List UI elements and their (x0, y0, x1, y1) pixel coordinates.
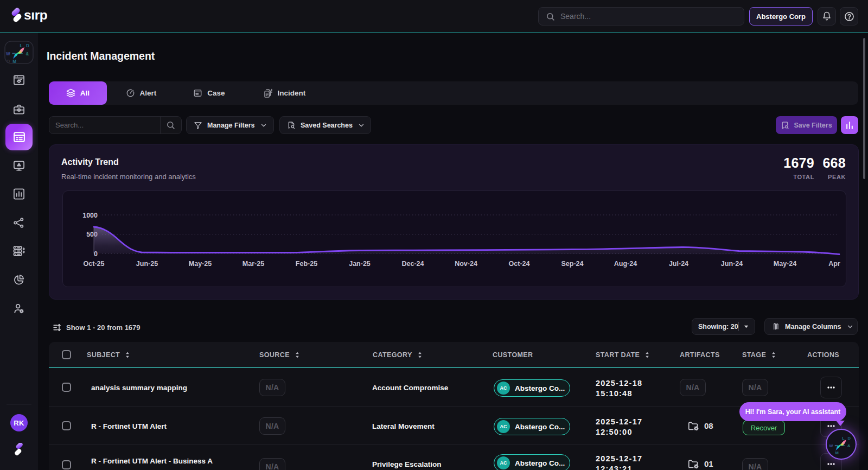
svg-text:Nov-24: Nov-24 (455, 260, 477, 268)
svg-text:W: W (829, 443, 833, 448)
svg-text:&: & (26, 52, 29, 56)
svg-text:Jun-25: Jun-25 (136, 260, 158, 268)
svg-text:D: D (848, 435, 851, 440)
svg-text:Apr: Apr (828, 260, 840, 268)
svg-text:O: O (7, 59, 10, 64)
svg-text:Dec-24: Dec-24 (402, 260, 424, 268)
svg-text:May-24: May-24 (774, 260, 796, 268)
svg-text:M: M (835, 450, 839, 455)
svg-text:W: W (6, 52, 10, 56)
svg-text:1000: 1000 (82, 212, 98, 219)
svg-text:May-25: May-25 (189, 260, 212, 268)
svg-text:Oct-25: Oct-25 (84, 260, 105, 268)
svg-text:&: & (847, 443, 851, 448)
svg-text:Aug-24: Aug-24 (614, 260, 637, 268)
svg-text:L: L (842, 435, 845, 440)
svg-text:L: L (20, 43, 23, 48)
svg-text:Sep-24: Sep-24 (561, 260, 584, 268)
svg-text:Feb-25: Feb-25 (296, 260, 317, 268)
svg-text:Jul-24: Jul-24 (669, 260, 688, 268)
svg-text:D: D (26, 43, 29, 48)
svg-text:Mar-25: Mar-25 (242, 260, 264, 268)
svg-text:Oct-24: Oct-24 (509, 260, 530, 268)
svg-text:Jan-25: Jan-25 (349, 260, 371, 268)
svg-text:M: M (12, 59, 16, 64)
svg-text:Jun-24: Jun-24 (721, 260, 743, 268)
